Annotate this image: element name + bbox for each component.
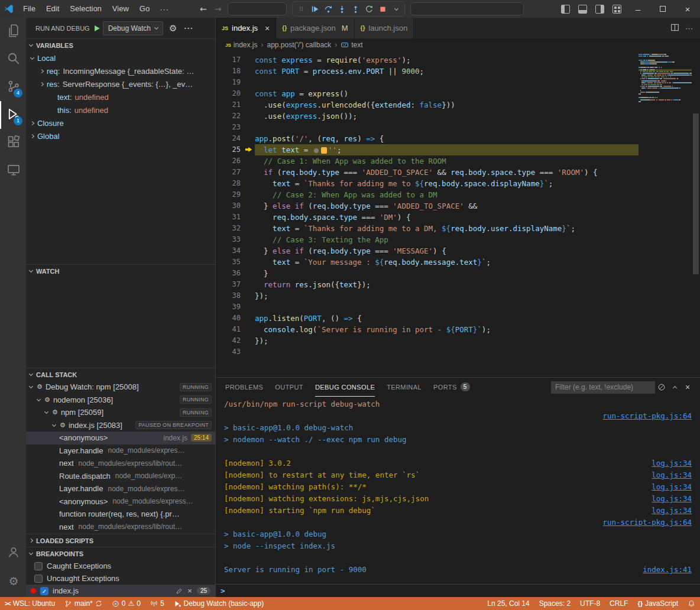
code-text[interactable]: // Case 1: When App was added to the ROO… (255, 155, 639, 167)
code-text[interactable]: const PORT = process.env.PORT || 9000; (255, 66, 639, 77)
code-text[interactable]: .use(express.urlencoded({extended: false… (255, 99, 639, 111)
command-center-search[interactable] (228, 2, 287, 15)
line-number[interactable]: 34 (216, 245, 255, 257)
code-text[interactable]: text = `Thanks for adding me to ${req.bo… (255, 178, 639, 189)
close-window-button[interactable]: × (675, 0, 700, 18)
code-text[interactable]: return res.json({text}); (255, 279, 639, 290)
code-text[interactable]: app.listen(PORT, () => { (255, 313, 639, 324)
line-number[interactable]: 21 (216, 99, 255, 111)
source-location-link[interactable]: log.js:34 (652, 481, 694, 493)
line-number[interactable]: 40 (216, 313, 255, 324)
menu-view[interactable]: View (107, 0, 134, 18)
activity-accounts[interactable] (0, 539, 26, 567)
status-forwarded-ports[interactable]: 5 (145, 597, 169, 610)
edit-breakpoint-icon[interactable] (176, 588, 183, 595)
menu-file[interactable]: File (18, 0, 41, 18)
activity-run-and-debug[interactable]: 1 (0, 101, 26, 129)
status-language-mode[interactable]: {}JavaScript (633, 597, 683, 610)
variable-row[interactable]: Global (26, 129, 215, 142)
code-text[interactable]: // Case 3: Texting the App (255, 234, 639, 245)
minimap[interactable] (639, 51, 692, 377)
code-text[interactable]: }); (255, 290, 639, 301)
line-number[interactable]: 33 (216, 234, 255, 245)
line-number[interactable]: 29 (216, 189, 255, 200)
line-number[interactable]: 18 (216, 66, 255, 77)
stop-dropdown-chevron-icon[interactable] (390, 2, 403, 15)
breakpoint-checkbox[interactable]: ✓ (40, 587, 48, 595)
status-remote-indicator[interactable]: ><WSL: Ubuntu (0, 597, 60, 610)
breadcrumb-item[interactable]: JSindex.js (225, 41, 257, 49)
restart-button[interactable] (362, 2, 375, 15)
code-text[interactable]: app.post('/', (req, res) => { (255, 133, 639, 144)
line-number[interactable]: 36 (216, 268, 255, 279)
source-location-link[interactable]: run-script-pkg.js:64 (602, 410, 694, 422)
code-text[interactable]: text = `Thanks for adding me to a DM, ${… (255, 223, 639, 234)
activity-remote-explorer[interactable] (0, 157, 26, 184)
command-center[interactable] (410, 2, 524, 15)
status-encoding[interactable]: UTF-8 (575, 597, 605, 610)
panel-tab-terminal[interactable]: TERMINAL (387, 378, 422, 397)
status-notifications[interactable] (683, 597, 700, 610)
step-into-button[interactable] (335, 2, 348, 15)
line-number[interactable]: 24 (216, 133, 255, 144)
line-number[interactable]: 43 (216, 346, 255, 358)
call-stack-pane-header[interactable]: CALL STACK (26, 368, 215, 381)
step-out-button[interactable] (349, 2, 362, 15)
line-number[interactable]: 25 (216, 144, 255, 155)
start-debugging-button[interactable] (95, 25, 100, 31)
launch-config-dropdown[interactable]: Debug Watch (103, 21, 163, 35)
line-number[interactable]: 41 (216, 324, 255, 335)
variables-pane-header[interactable]: VARIABLES (26, 38, 215, 51)
menubar-more-icon[interactable]: ··· (155, 5, 174, 14)
source-location-link[interactable]: log.js:34 (652, 458, 694, 469)
toggle-secondary-sidebar-icon[interactable] (595, 5, 604, 14)
breakpoint-icon[interactable] (31, 588, 36, 593)
line-number[interactable]: 37 (216, 279, 255, 290)
source-location-link[interactable]: log.js:34 (652, 469, 694, 481)
callstack-frame-row[interactable]: function router(req, res, next) {.pr… (26, 508, 215, 521)
line-number[interactable]: 38 (216, 290, 255, 301)
callstack-frame-row[interactable]: Layer.handlenode_modules/expres… (26, 482, 215, 495)
line-number[interactable]: 28 (216, 178, 255, 189)
callstack-session-row[interactable]: ⚙index.js [25083]PAUSED ON BREAKPOINT (26, 419, 215, 432)
source-location-link[interactable]: log.js:34 (652, 493, 694, 505)
panel-tab-debug-console[interactable]: DEBUG CONSOLE (315, 378, 375, 397)
menu-go[interactable]: Go (134, 0, 155, 18)
maximize-panel-icon[interactable] (668, 385, 681, 390)
activity-settings[interactable]: ⚙ (0, 567, 26, 595)
loaded-scripts-pane-header[interactable]: LOADED SCRIPTS (26, 534, 215, 547)
code-text[interactable]: req.body.space.type === 'DM') { (255, 212, 639, 223)
line-number[interactable]: 27 (216, 167, 255, 178)
code-text[interactable]: } else if (req.body.type === 'MESSAGE') … (255, 245, 639, 257)
watch-pane-header[interactable]: WATCH (26, 264, 215, 277)
variable-row[interactable]: Local (26, 51, 215, 64)
status-eol[interactable]: CRLF (605, 597, 633, 610)
line-number[interactable]: 22 (216, 111, 255, 122)
activity-source-control[interactable]: 4 (0, 73, 26, 101)
code-text[interactable]: const app = express() (255, 88, 639, 99)
breadcrumb-item[interactable]: app.post('/') callback (267, 41, 331, 49)
code-text[interactable] (255, 122, 639, 133)
minimize-button[interactable]: – (626, 0, 650, 18)
callstack-frame-row[interactable]: <anonymous>node_modules/express… (26, 495, 215, 508)
status-cursor-position[interactable]: Ln 25, Col 14 (482, 597, 534, 610)
code-text[interactable]: .use(express.json()); (255, 111, 639, 122)
line-number[interactable]: 35 (216, 257, 255, 268)
toolbar-gripper[interactable] (294, 2, 307, 15)
editor-tab-launch.json[interactable]: {}launch.json (355, 18, 414, 38)
more-actions-icon[interactable]: ··· (183, 24, 195, 33)
code-text[interactable] (255, 301, 639, 313)
code-text[interactable] (255, 346, 639, 358)
breakpoint-row[interactable]: Caught Exceptions (26, 560, 215, 572)
breakpoint-checkbox[interactable] (34, 562, 43, 570)
status-problems[interactable]: 0⚠0 (107, 597, 145, 610)
line-number[interactable]: 30 (216, 200, 255, 212)
line-number[interactable]: 19 (216, 77, 255, 88)
back-icon[interactable]: ← (199, 4, 208, 14)
line-number[interactable]: 23 (216, 122, 255, 133)
line-number[interactable]: 31 (216, 212, 255, 223)
variable-row[interactable]: Closure (26, 116, 215, 129)
line-number[interactable]: 42 (216, 335, 255, 346)
source-location-link[interactable]: index.js:41 (643, 564, 694, 576)
forward-icon[interactable]: → (213, 4, 223, 14)
